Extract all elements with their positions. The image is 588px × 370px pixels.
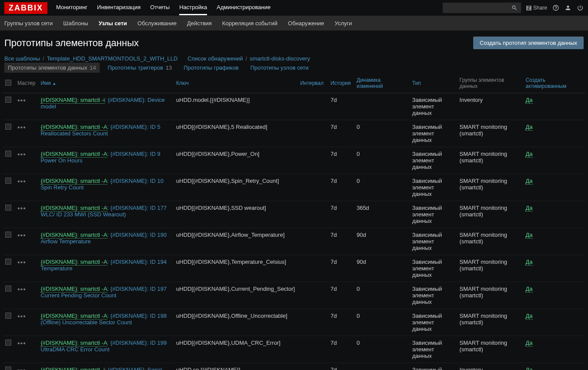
crumb-all-templates[interactable]: Все шаблоны <box>4 55 40 62</box>
cell-trends: 90d <box>354 228 410 255</box>
search-input[interactable] <box>446 5 511 11</box>
item-name-link[interactable]: {#DISKNAME}: smartctl -A: {#DISKNAME}: I… <box>40 340 167 353</box>
row-checkbox[interactable] <box>5 124 11 130</box>
enabled-toggle[interactable]: Да <box>525 340 532 346</box>
topnav-мониторинг[interactable]: Мониторинг <box>56 0 87 15</box>
crumb-discovery-list[interactable]: Список обнаружений <box>187 55 243 62</box>
item-name-link[interactable]: {#DISKNAME}: smartctl -A: {#DISKNAME}: I… <box>40 232 167 245</box>
item-name-link[interactable]: {#DISKNAME}: smartctl -A: {#DISKNAME}: I… <box>40 178 164 191</box>
row-checkbox[interactable] <box>5 178 11 184</box>
row-menu-icon[interactable]: ••• <box>17 124 26 131</box>
subnav-item[interactable]: Корреляция событий <box>222 20 277 27</box>
topnav-отчеты[interactable]: Отчеты <box>150 0 170 15</box>
col-key[interactable]: Ключ <box>174 74 297 93</box>
row-checkbox[interactable] <box>5 313 11 319</box>
cell-interval <box>297 363 328 370</box>
item-name-link[interactable]: {#DISKNAME}: smartctl -i: {#DISKNAME}: D… <box>40 97 164 110</box>
topnav-настройка[interactable]: Настройка <box>179 0 207 15</box>
row-checkbox[interactable] <box>5 259 11 265</box>
row-checkbox[interactable] <box>5 97 11 103</box>
enabled-toggle[interactable]: Да <box>525 124 532 131</box>
col-enabled[interactable]: Создать активированным <box>523 74 585 93</box>
col-apps: Группы элементов данных <box>457 74 523 93</box>
enabled-toggle[interactable]: Да <box>525 259 532 266</box>
enabled-toggle[interactable]: Да <box>525 367 532 370</box>
row-menu-icon[interactable]: ••• <box>17 313 26 320</box>
create-prototype-button[interactable]: Создать прототип элементов данных <box>473 37 584 49</box>
row-menu-icon[interactable]: ••• <box>17 286 26 293</box>
row-checkbox[interactable] <box>5 286 11 292</box>
cell-type: Зависимый элемент данных <box>410 174 457 201</box>
enabled-toggle[interactable]: Да <box>525 313 532 320</box>
item-name-link[interactable]: {#DISKNAME}: smartctl -A: {#DISKNAME}: I… <box>40 205 167 218</box>
row-menu-icon[interactable]: ••• <box>17 259 26 266</box>
col-interval[interactable]: Интервал <box>297 74 328 93</box>
cell-interval <box>297 120 328 147</box>
item-prototypes-table: Мастер Имя ▲ Ключ Интервал История Динам… <box>0 74 588 370</box>
cell-history: 7d <box>328 336 354 363</box>
subnav-item[interactable]: Услуги <box>334 20 352 27</box>
cell-key: uHDD[{#DISKNAME},Spin_Retry_Count] <box>174 174 297 201</box>
cell-type: Зависимый элемент данных <box>410 363 457 370</box>
row-menu-icon[interactable]: ••• <box>17 178 26 185</box>
item-name-link[interactable]: {#DISKNAME}: smartctl -A: {#DISKNAME}: I… <box>40 124 160 137</box>
subnav-item[interactable]: Узлы сети <box>99 20 127 27</box>
table-row: •••{#DISKNAME}: smartctl -A: {#DISKNAME}… <box>3 336 585 363</box>
crumb-discovery[interactable]: smartctl-disks-discovery <box>250 55 310 62</box>
item-name-link[interactable]: {#DISKNAME}: smartctl -A: {#DISKNAME}: I… <box>40 286 167 299</box>
enabled-toggle[interactable]: Да <box>525 151 532 158</box>
enabled-toggle[interactable]: Да <box>525 97 532 104</box>
cell-trends: 90d <box>354 255 410 282</box>
user-icon[interactable] <box>565 4 571 11</box>
row-menu-icon[interactable]: ••• <box>17 97 26 104</box>
share-label: Share <box>533 5 547 11</box>
row-menu-icon[interactable]: ••• <box>17 232 26 239</box>
tab-Прототипы триггеров[interactable]: Прототипы триггеров 13 <box>104 63 176 73</box>
help-icon[interactable] <box>552 4 559 11</box>
row-checkbox[interactable] <box>5 151 11 157</box>
cell-key: uHDD.sn.[{#DISKNAME}] <box>174 363 297 370</box>
item-name-link[interactable]: {#DISKNAME}: smartctl -A: {#DISKNAME}: I… <box>40 313 167 326</box>
subnav-item[interactable]: Обслуживание <box>137 20 177 27</box>
subnav-item[interactable]: Обнаружение <box>288 20 324 27</box>
row-checkbox[interactable] <box>5 340 11 346</box>
item-name-link[interactable]: {#DISKNAME}: smartctl -i: {#DISKNAME}: S… <box>40 367 162 370</box>
select-all-checkbox[interactable] <box>5 80 11 86</box>
topnav-инвентаризация[interactable]: Инвентаризация <box>97 0 140 15</box>
cell-type: Зависимый элемент данных <box>410 228 457 255</box>
tab-Прототипы элементов данных[interactable]: Прототипы элементов данных 14 <box>4 63 100 73</box>
row-menu-icon[interactable]: ••• <box>17 367 26 370</box>
share-button[interactable]: ZShare <box>526 5 547 11</box>
tab-Прототипы графиков[interactable]: Прототипы графиков <box>180 63 242 73</box>
row-menu-icon[interactable]: ••• <box>17 205 26 212</box>
enabled-toggle[interactable]: Да <box>525 286 532 293</box>
row-checkbox[interactable] <box>5 205 11 211</box>
row-menu-icon[interactable]: ••• <box>17 151 26 158</box>
table-row: •••{#DISKNAME}: smartctl -A: {#DISKNAME}… <box>3 147 585 174</box>
col-history[interactable]: История <box>328 74 354 93</box>
col-type[interactable]: Тип <box>410 74 457 93</box>
row-menu-icon[interactable]: ••• <box>17 340 26 347</box>
cell-trends: 0 <box>354 309 410 336</box>
subnav-item[interactable]: Группы узлов сети <box>4 20 53 27</box>
cell-key: uHDD[{#DISKNAME},Power_On] <box>174 147 297 174</box>
crumb-template[interactable]: Template_HDD_SMARTMONTOOLS_2_WITH_LLD <box>47 55 178 62</box>
topnav-администрирование[interactable]: Администрирование <box>217 0 271 15</box>
item-name-link[interactable]: {#DISKNAME}: smartctl -A: {#DISKNAME}: I… <box>40 259 167 272</box>
global-search[interactable] <box>443 3 521 13</box>
power-icon[interactable] <box>577 4 584 11</box>
col-name[interactable]: Имя ▲ <box>38 74 174 93</box>
subnav-item[interactable]: Действия <box>187 20 212 27</box>
row-checkbox[interactable] <box>5 367 11 370</box>
col-trends[interactable]: Динамика изменений <box>354 74 410 93</box>
item-name-link[interactable]: {#DISKNAME}: smartctl -A: {#DISKNAME}: I… <box>40 151 160 164</box>
logo[interactable]: ZABBIX <box>4 2 47 14</box>
cell-trends: 0 <box>354 336 410 363</box>
row-checkbox[interactable] <box>5 232 11 238</box>
enabled-toggle[interactable]: Да <box>525 232 532 239</box>
sort-asc-icon: ▲ <box>52 81 56 86</box>
enabled-toggle[interactable]: Да <box>525 205 532 212</box>
enabled-toggle[interactable]: Да <box>525 178 532 185</box>
subnav-item[interactable]: Шаблоны <box>63 20 88 27</box>
tab-Прототипы узлов сети[interactable]: Прототипы узлов сети <box>247 63 312 73</box>
